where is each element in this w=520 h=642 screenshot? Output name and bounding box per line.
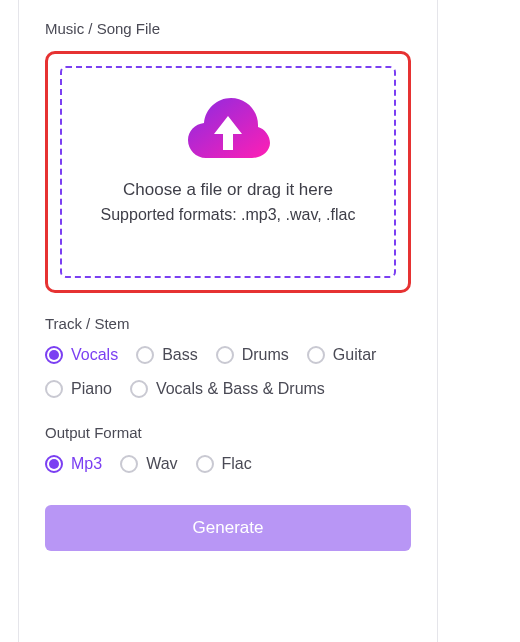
dropzone-secondary-text: Supported formats: .mp3, .wav, .flac [72, 206, 384, 224]
radio-label: Flac [222, 455, 252, 473]
dropzone-primary-text: Choose a file or drag it here [72, 180, 384, 200]
track-radio-group: Vocals Bass Drums Guitar Piano Vocals & … [45, 346, 411, 398]
radio-label: Vocals [71, 346, 118, 364]
radio-vocals[interactable]: Vocals [45, 346, 118, 364]
radio-vocals-bass-drums[interactable]: Vocals & Bass & Drums [130, 380, 325, 398]
cloud-upload-icon [184, 96, 272, 166]
file-dropzone[interactable]: Choose a file or drag it here Supported … [60, 66, 396, 278]
format-radio-group: Mp3 Wav Flac [45, 455, 411, 473]
format-section-label: Output Format [45, 424, 411, 441]
radio-indicator [196, 455, 214, 473]
radio-indicator [120, 455, 138, 473]
upload-highlight-frame: Choose a file or drag it here Supported … [45, 51, 411, 293]
radio-indicator [45, 455, 63, 473]
radio-indicator [216, 346, 234, 364]
radio-indicator [136, 346, 154, 364]
radio-mp3[interactable]: Mp3 [45, 455, 102, 473]
radio-label: Piano [71, 380, 112, 398]
radio-label: Vocals & Bass & Drums [156, 380, 325, 398]
radio-guitar[interactable]: Guitar [307, 346, 377, 364]
form-container: Music / Song File Choose a file or drag … [18, 0, 438, 642]
radio-piano[interactable]: Piano [45, 380, 112, 398]
radio-indicator [45, 380, 63, 398]
radio-indicator [307, 346, 325, 364]
radio-label: Drums [242, 346, 289, 364]
radio-indicator [45, 346, 63, 364]
upload-section-label: Music / Song File [45, 20, 411, 37]
radio-indicator [130, 380, 148, 398]
radio-drums[interactable]: Drums [216, 346, 289, 364]
radio-label: Bass [162, 346, 198, 364]
generate-button[interactable]: Generate [45, 505, 411, 551]
radio-flac[interactable]: Flac [196, 455, 252, 473]
radio-label: Wav [146, 455, 177, 473]
radio-wav[interactable]: Wav [120, 455, 177, 473]
radio-label: Guitar [333, 346, 377, 364]
track-section-label: Track / Stem [45, 315, 411, 332]
radio-label: Mp3 [71, 455, 102, 473]
radio-bass[interactable]: Bass [136, 346, 198, 364]
